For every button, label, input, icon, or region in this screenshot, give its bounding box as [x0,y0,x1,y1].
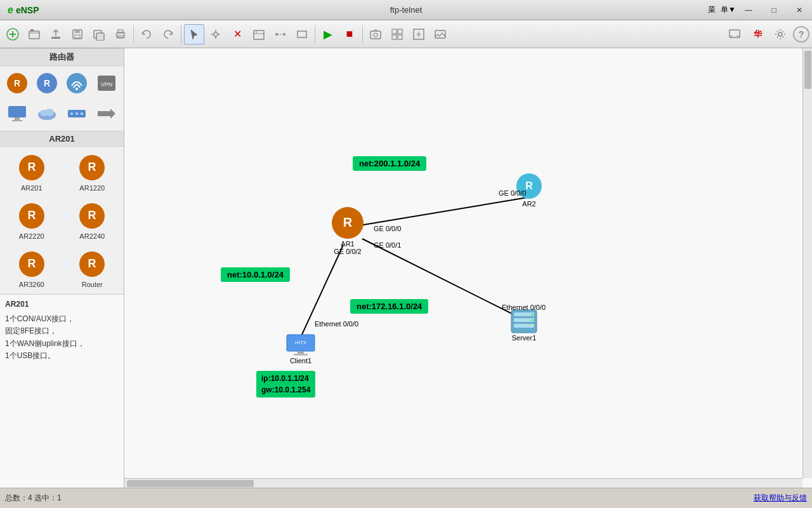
svg-point-80 [532,319,534,321]
sidebar-device-ar201[interactable]: R AR201 [3,149,61,195]
canvas-node-server1[interactable]: Server1 [510,309,538,342]
new-button[interactable] [3,24,23,44]
toolbar-sep-2 [181,25,181,43]
svg-point-37 [75,88,78,90]
sidebar-icon-arrow[interactable] [93,99,121,128]
net-label-200: net:200.1.1.0/24 [353,156,426,171]
sidebar-device-ar3260-label: AR3260 [19,281,44,288]
upload-button[interactable] [46,24,66,44]
topo-button[interactable] [387,24,407,44]
close-button[interactable]: ✕ [787,0,812,20]
client1-label: Client1 [290,357,311,364]
sidebar: 路由器 R R VPN [0,48,124,488]
app-logo: eeNSP [0,4,46,16]
router-icon-grid: R R VPN [0,66,124,131]
device-info-box: AR201 1个CON/AUX接口， 固定8FE接口， 1个WAN侧uplink… [0,294,124,488]
horizontal-scrollbar[interactable] [124,478,802,488]
canvas-area[interactable]: net:200.1.1.0/24 net:10.0.1.0/24 net:172… [124,48,812,488]
print-button[interactable] [110,24,131,44]
server1-label: Server1 [512,334,537,342]
pan-tool-button[interactable] [206,24,226,44]
svg-rect-42 [12,120,22,121]
erase-button[interactable] [249,24,269,44]
sidebar-device-ar3260[interactable]: R AR3260 [3,246,61,291]
sidebar-device-ar1220[interactable]: R AR1220 [63,149,122,195]
svg-rect-10 [96,33,104,41]
svg-rect-73 [294,354,308,356]
svg-text:R: R [27,209,36,222]
net-label-172: net:172.16.1.0/24 [350,299,428,314]
connection-lines [124,48,802,478]
canvas-node-ar1[interactable]: R AR1 GE 0/0/2 [331,206,365,255]
svg-marker-51 [110,109,115,119]
svg-point-79 [532,314,534,316]
saveas-button[interactable] [89,24,109,44]
svg-rect-21 [298,31,306,37]
horizontal-scroll-thumb[interactable] [127,480,254,487]
svg-text:VPN: VPN [101,81,113,88]
ar1-icon: R [331,206,365,240]
net-label-10: net:10.0.1.0/24 [221,267,290,282]
help-link[interactable]: 获取帮助与反馈 [754,493,807,504]
menu-area[interactable]: 菜 单▼ [708,4,736,15]
window-title: ftp-telnet [390,5,422,15]
router-section-title: 路由器 [0,48,124,66]
svg-point-31 [778,32,782,36]
sidebar-icon-switch[interactable] [63,99,91,128]
titlebar: eeNSP 菜 单▼ ftp-telnet — □ ✕ [0,0,812,20]
sidebar-icon-vpn[interactable]: VPN [93,69,121,98]
sidebar-icon-ar-basic[interactable]: R [3,69,31,98]
redo-button[interactable] [158,24,178,44]
vertical-scrollbar[interactable] [802,48,812,478]
sidebar-device-ar2220[interactable]: R AR2220 [3,197,61,243]
sidebar-icon-pc[interactable] [3,99,31,128]
svg-text:R: R [14,78,20,88]
svg-rect-78 [514,324,534,328]
svg-text:R: R [88,209,96,222]
sidebar-icon-cloud[interactable] [32,99,61,128]
svg-text:HITX: HITX [295,340,307,345]
zoom-fit-button[interactable] [409,24,429,44]
svg-rect-76 [514,312,534,316]
device-list: R AR201 R AR1220 R AR2220 R AR224 [0,147,124,294]
port-server-eth: Ethernet 0/0/0 [502,304,546,311]
toolbar-sep-3 [315,25,315,43]
rect-button[interactable] [292,24,312,44]
undo-button[interactable] [136,24,157,44]
menu-item-1[interactable]: 菜 [708,4,716,15]
screenshot-button[interactable] [430,24,450,44]
minimize-button[interactable]: — [736,0,761,20]
sidebar-device-router[interactable]: R Router [63,246,122,291]
capture-button[interactable] [365,24,386,44]
delete-tool-button[interactable]: ✕ [227,24,247,44]
menu-item-2[interactable]: 单▼ [721,4,736,15]
maximize-button[interactable]: □ [761,0,787,20]
help-button[interactable]: ? [793,26,809,43]
svg-rect-29 [435,30,445,38]
svg-point-36 [67,73,87,93]
sidebar-icon-router-2[interactable]: R [32,69,61,98]
settings-button[interactable] [770,24,790,44]
canvas-node-client1[interactable]: HITX Client1 [286,334,315,364]
svg-rect-5 [51,37,60,39]
select-tool-button[interactable] [184,24,204,44]
svg-point-47 [70,112,73,115]
sidebar-icon-wireless[interactable] [63,69,91,98]
svg-rect-41 [15,117,20,120]
stop-all-button[interactable]: ■ [339,24,360,44]
sidebar-device-ar201-label: AR201 [21,184,43,192]
sidebar-device-router-label: Router [82,281,103,288]
svg-rect-72 [298,351,304,354]
vertical-scroll-thumb[interactable] [804,51,811,89]
start-all-button[interactable]: ▶ [318,24,338,44]
sidebar-device-ar2240[interactable]: R AR2240 [63,197,122,243]
save-button[interactable] [67,24,88,44]
svg-rect-15 [254,30,264,39]
ar2-label: AR2 [522,200,535,208]
open-button[interactable] [24,24,44,44]
svg-text:R: R [343,215,353,229]
huawei-button[interactable]: 华 [747,24,768,44]
connect-button[interactable] [270,24,291,44]
message-button[interactable] [724,24,745,44]
toolbar-right: 华 ? [724,24,809,44]
